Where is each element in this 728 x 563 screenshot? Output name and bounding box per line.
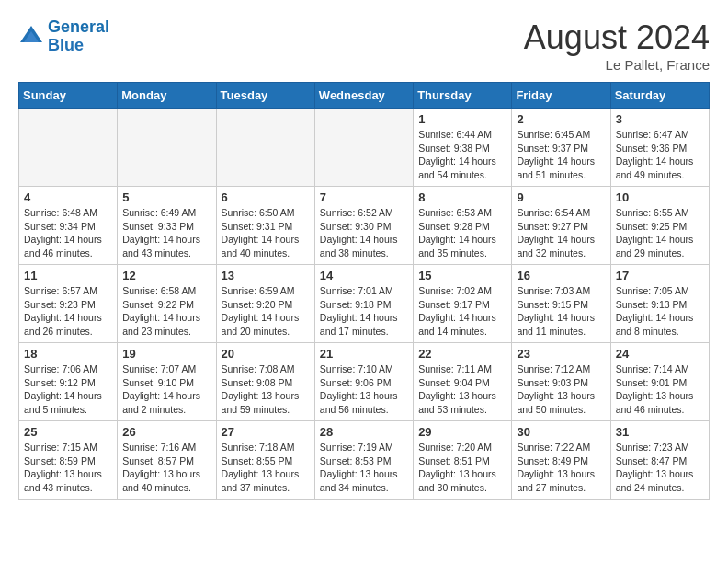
logo: General Blue xyxy=(18,18,109,55)
day-info: Sunrise: 7:15 AMSunset: 8:59 PMDaylight:… xyxy=(24,441,112,495)
day-number: 26 xyxy=(122,425,210,439)
day-number: 10 xyxy=(616,190,704,204)
calendar-cell: 1Sunrise: 6:44 AMSunset: 9:38 PMDaylight… xyxy=(414,109,512,187)
day-info: Sunrise: 7:22 AMSunset: 8:49 PMDaylight:… xyxy=(517,441,605,495)
day-number: 29 xyxy=(418,425,506,439)
day-number: 28 xyxy=(320,425,408,439)
weekday-header-saturday: Saturday xyxy=(610,83,709,109)
day-info: Sunrise: 6:55 AMSunset: 9:25 PMDaylight:… xyxy=(616,206,704,260)
calendar-cell: 23Sunrise: 7:12 AMSunset: 9:03 PMDayligh… xyxy=(512,343,610,421)
day-info: Sunrise: 6:58 AMSunset: 9:22 PMDaylight:… xyxy=(122,284,210,339)
day-number: 5 xyxy=(122,190,210,204)
day-number: 15 xyxy=(418,269,506,282)
location: Le Pallet, France xyxy=(524,57,710,73)
day-info: Sunrise: 6:52 AMSunset: 9:30 PMDaylight:… xyxy=(320,206,408,260)
logo-blue: Blue xyxy=(48,36,84,54)
calendar-cell: 20Sunrise: 7:08 AMSunset: 9:08 PMDayligh… xyxy=(216,343,314,421)
week-row-3: 11Sunrise: 6:57 AMSunset: 9:23 PMDayligh… xyxy=(19,265,710,343)
logo-text: General Blue xyxy=(48,18,109,55)
day-info: Sunrise: 7:12 AMSunset: 9:03 PMDaylight:… xyxy=(517,362,605,417)
calendar-cell: 7Sunrise: 6:52 AMSunset: 9:30 PMDaylight… xyxy=(314,187,413,265)
day-number: 8 xyxy=(418,190,506,204)
day-number: 27 xyxy=(222,425,310,439)
day-number: 3 xyxy=(616,112,704,126)
weekday-header-monday: Monday xyxy=(118,83,216,109)
day-number: 17 xyxy=(616,269,704,282)
day-number: 1 xyxy=(418,112,506,126)
calendar-cell xyxy=(216,109,314,187)
calendar-cell xyxy=(314,109,413,187)
weekday-header-tuesday: Tuesday xyxy=(216,83,314,109)
week-row-1: 1Sunrise: 6:44 AMSunset: 9:38 PMDaylight… xyxy=(19,109,710,187)
calendar-cell: 11Sunrise: 6:57 AMSunset: 9:23 PMDayligh… xyxy=(19,265,118,343)
day-number: 22 xyxy=(418,347,506,361)
calendar-cell: 25Sunrise: 7:15 AMSunset: 8:59 PMDayligh… xyxy=(19,421,118,500)
day-number: 16 xyxy=(517,269,605,282)
weekday-header-thursday: Thursday xyxy=(414,83,512,109)
day-number: 24 xyxy=(616,347,704,361)
calendar-cell: 18Sunrise: 7:06 AMSunset: 9:12 PMDayligh… xyxy=(19,343,118,421)
day-info: Sunrise: 6:45 AMSunset: 9:37 PMDaylight:… xyxy=(517,128,605,182)
day-info: Sunrise: 6:53 AMSunset: 9:28 PMDaylight:… xyxy=(418,206,506,260)
day-number: 6 xyxy=(222,190,310,204)
day-info: Sunrise: 7:07 AMSunset: 9:10 PMDaylight:… xyxy=(122,362,210,417)
calendar-cell: 28Sunrise: 7:19 AMSunset: 8:53 PMDayligh… xyxy=(314,421,413,500)
day-info: Sunrise: 7:08 AMSunset: 9:08 PMDaylight:… xyxy=(222,362,310,417)
week-row-5: 25Sunrise: 7:15 AMSunset: 8:59 PMDayligh… xyxy=(19,421,710,500)
day-number: 25 xyxy=(24,425,112,439)
calendar-cell: 19Sunrise: 7:07 AMSunset: 9:10 PMDayligh… xyxy=(118,343,216,421)
calendar-cell: 26Sunrise: 7:16 AMSunset: 8:57 PMDayligh… xyxy=(118,421,216,500)
weekday-header-sunday: Sunday xyxy=(19,83,118,109)
calendar-cell: 21Sunrise: 7:10 AMSunset: 9:06 PMDayligh… xyxy=(314,343,413,421)
calendar-cell: 22Sunrise: 7:11 AMSunset: 9:04 PMDayligh… xyxy=(414,343,512,421)
week-row-2: 4Sunrise: 6:48 AMSunset: 9:34 PMDaylight… xyxy=(19,187,710,265)
day-info: Sunrise: 6:49 AMSunset: 9:33 PMDaylight:… xyxy=(122,206,210,260)
day-info: Sunrise: 7:10 AMSunset: 9:06 PMDaylight:… xyxy=(320,362,408,417)
day-number: 12 xyxy=(122,269,210,282)
day-info: Sunrise: 7:20 AMSunset: 8:51 PMDaylight:… xyxy=(418,441,506,495)
calendar-cell: 5Sunrise: 6:49 AMSunset: 9:33 PMDaylight… xyxy=(118,187,216,265)
calendar-cell: 17Sunrise: 7:05 AMSunset: 9:13 PMDayligh… xyxy=(610,265,709,343)
week-row-4: 18Sunrise: 7:06 AMSunset: 9:12 PMDayligh… xyxy=(19,343,710,421)
calendar-cell xyxy=(19,109,118,187)
calendar-cell: 14Sunrise: 7:01 AMSunset: 9:18 PMDayligh… xyxy=(314,265,413,343)
calendar-cell: 15Sunrise: 7:02 AMSunset: 9:17 PMDayligh… xyxy=(414,265,512,343)
calendar-cell: 9Sunrise: 6:54 AMSunset: 9:27 PMDaylight… xyxy=(512,187,610,265)
day-info: Sunrise: 6:57 AMSunset: 9:23 PMDaylight:… xyxy=(24,284,112,339)
day-info: Sunrise: 7:02 AMSunset: 9:17 PMDaylight:… xyxy=(418,284,506,339)
day-info: Sunrise: 6:50 AMSunset: 9:31 PMDaylight:… xyxy=(222,206,310,260)
day-info: Sunrise: 7:03 AMSunset: 9:15 PMDaylight:… xyxy=(517,284,605,339)
calendar-cell: 6Sunrise: 6:50 AMSunset: 9:31 PMDaylight… xyxy=(216,187,314,265)
day-info: Sunrise: 6:47 AMSunset: 9:36 PMDaylight:… xyxy=(616,128,704,182)
day-info: Sunrise: 6:44 AMSunset: 9:38 PMDaylight:… xyxy=(418,128,506,182)
day-number: 21 xyxy=(320,347,408,361)
day-info: Sunrise: 6:59 AMSunset: 9:20 PMDaylight:… xyxy=(222,284,310,339)
weekday-header-friday: Friday xyxy=(512,83,610,109)
day-number: 11 xyxy=(24,269,112,282)
calendar-cell xyxy=(118,109,216,187)
day-info: Sunrise: 7:05 AMSunset: 9:13 PMDaylight:… xyxy=(616,284,704,339)
day-info: Sunrise: 7:23 AMSunset: 8:47 PMDaylight:… xyxy=(616,441,704,495)
day-number: 2 xyxy=(517,112,605,126)
calendar-cell: 12Sunrise: 6:58 AMSunset: 9:22 PMDayligh… xyxy=(118,265,216,343)
weekday-header-wednesday: Wednesday xyxy=(314,83,413,109)
day-info: Sunrise: 6:54 AMSunset: 9:27 PMDaylight:… xyxy=(517,206,605,260)
day-number: 20 xyxy=(222,347,310,361)
day-info: Sunrise: 7:01 AMSunset: 9:18 PMDaylight:… xyxy=(320,284,408,339)
month-title: August 2024 xyxy=(524,18,710,57)
weekday-header-row: SundayMondayTuesdayWednesdayThursdayFrid… xyxy=(19,83,710,109)
calendar-cell: 24Sunrise: 7:14 AMSunset: 9:01 PMDayligh… xyxy=(610,343,709,421)
day-number: 4 xyxy=(24,190,112,204)
day-number: 14 xyxy=(320,269,408,282)
day-info: Sunrise: 7:16 AMSunset: 8:57 PMDaylight:… xyxy=(122,441,210,495)
calendar-cell: 27Sunrise: 7:18 AMSunset: 8:55 PMDayligh… xyxy=(216,421,314,500)
calendar-cell: 8Sunrise: 6:53 AMSunset: 9:28 PMDaylight… xyxy=(414,187,512,265)
calendar-cell: 30Sunrise: 7:22 AMSunset: 8:49 PMDayligh… xyxy=(512,421,610,500)
calendar-table: SundayMondayTuesdayWednesdayThursdayFrid… xyxy=(18,82,710,500)
day-number: 13 xyxy=(222,269,310,282)
calendar-cell: 4Sunrise: 6:48 AMSunset: 9:34 PMDaylight… xyxy=(19,187,118,265)
page-header: General Blue August 2024 Le Pallet, Fran… xyxy=(18,18,710,73)
calendar-cell: 2Sunrise: 6:45 AMSunset: 9:37 PMDaylight… xyxy=(512,109,610,187)
day-info: Sunrise: 6:48 AMSunset: 9:34 PMDaylight:… xyxy=(24,206,112,260)
day-info: Sunrise: 7:11 AMSunset: 9:04 PMDaylight:… xyxy=(418,362,506,417)
